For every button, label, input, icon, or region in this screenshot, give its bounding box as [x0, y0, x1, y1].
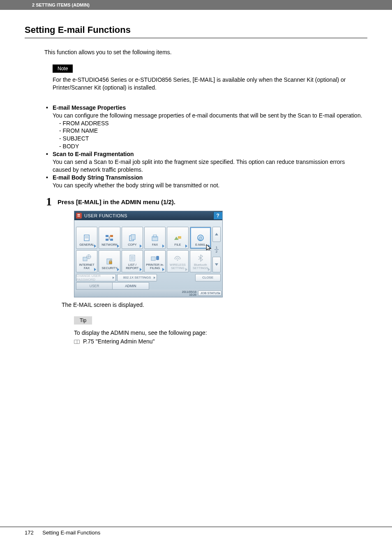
tile-label: NETWORK — [101, 243, 117, 246]
tab-user[interactable]: USER — [76, 282, 113, 290]
page-current: 1 — [216, 246, 217, 249]
tip-badge: Tip — [74, 316, 92, 325]
dash-item: SUBJECT — [59, 135, 364, 143]
bullet-item: • Scan to E-mail Fragmentation You can s… — [46, 150, 364, 174]
tile-label: E-MAIL — [195, 243, 205, 246]
page-title: Setting E-mail Functions — [25, 25, 367, 35]
svg-marker-30 — [215, 233, 218, 235]
button-label: 802.1X SETTINGS — [123, 276, 151, 279]
svg-rect-28 — [156, 256, 159, 260]
bullet-list: • E-mail Message Properties You can conf… — [46, 104, 364, 189]
tip-line1: To display the ADMIN menu, see the follo… — [74, 329, 367, 337]
tile-label: GENERAL — [79, 243, 94, 246]
panel-app-icon: ☰ — [76, 213, 82, 219]
tile-fax[interactable]: FAX — [144, 227, 166, 249]
step-result-text: The E-MAIL screen is displayed. — [62, 302, 367, 308]
tile-label: FAX — [152, 243, 158, 246]
svg-point-29 — [177, 260, 178, 261]
email-icon: @ — [196, 234, 205, 242]
panel-title: USER FUNCTIONS — [84, 213, 127, 218]
network-icon — [105, 234, 114, 242]
svg-rect-5 — [106, 239, 108, 241]
tile-printer-efiling[interactable]: PRINTER /e-FILING — [144, 250, 166, 272]
step-row: 1 Press [E-MAIL] in the ADMIN menu (1/2)… — [46, 196, 367, 207]
tile-general[interactable]: GENERAL — [76, 227, 97, 249]
bullet-head: E-mail Body String Transmission — [53, 174, 143, 181]
tile-list-report[interactable]: LIST / REPORT — [122, 250, 143, 272]
step-instruction: Press [E-MAIL] in the ADMIN menu (1/2). — [58, 198, 175, 205]
tile-email[interactable]: @ E-MAIL — [190, 227, 211, 249]
svg-rect-10 — [131, 235, 135, 240]
copy-icon — [128, 234, 137, 242]
button-label: CLOSE — [202, 276, 213, 279]
intro-text: This function allows you to set the foll… — [44, 49, 367, 55]
fax-icon — [150, 234, 159, 242]
svg-rect-17 — [83, 257, 87, 261]
title-rule — [25, 38, 367, 38]
dot1x-settings-button[interactable]: 802.1X SETTINGS — [117, 274, 157, 281]
bullet-item: • E-mail Body String Transmission You ca… — [46, 174, 364, 189]
svg-rect-27 — [151, 257, 155, 260]
bullet-body: You can specify whether the body string … — [53, 182, 219, 189]
change-password-button[interactable]: CHANGE USER PASSWORD — [76, 274, 116, 281]
tile-label: COPY — [128, 243, 136, 246]
tile-grid: GENERAL NETWORK COPY — [76, 227, 211, 272]
chapter-header: 2 SETTING ITEMS (ADMIN) — [0, 0, 392, 10]
tip-body: To display the ADMIN menu, see the follo… — [74, 329, 367, 346]
tile-bluetooth[interactable]: Bluetooth SETTINGS — [190, 250, 211, 272]
step-number: 1 — [46, 196, 52, 207]
tile-security[interactable]: SECURITY — [99, 250, 120, 272]
list-report-icon — [128, 254, 137, 262]
timestamp: 2011/05/18 10:26 — [182, 290, 196, 296]
button-label: CHANGE USER PASSWORD — [76, 274, 115, 281]
note-badge: Note — [53, 64, 73, 73]
page-total: 2 — [216, 250, 217, 253]
bullet-body: You can send a Scan to E-mail job split … — [53, 159, 345, 173]
footer-running-title: Setting E-mail Functions — [42, 530, 100, 536]
page-number: 172 — [25, 530, 34, 536]
job-status-button[interactable]: JOB STATUS — [198, 290, 221, 296]
tile-file[interactable]: FILE — [167, 227, 188, 249]
page-scroll: 1 2 — [212, 227, 221, 272]
tile-label: FILE — [175, 243, 181, 246]
touch-panel: ☰ USER FUNCTIONS ? GENERAL — [74, 211, 223, 297]
dash-item: FROM NAME — [59, 127, 364, 135]
close-button[interactable]: CLOSE — [195, 274, 221, 281]
security-icon — [105, 257, 114, 265]
wireless-icon — [173, 254, 182, 262]
svg-rect-3 — [106, 235, 108, 237]
dash-list: FROM ADDRESS FROM NAME SUBJECT BODY — [59, 120, 364, 151]
bullet-head: Scan to E-mail Fragmentation — [53, 151, 134, 157]
scroll-up-button[interactable] — [212, 227, 221, 242]
svg-text:@: @ — [198, 236, 203, 240]
tile-copy[interactable]: COPY — [122, 227, 143, 249]
internet-fax-icon — [82, 254, 91, 262]
tile-label: SECURITY — [102, 267, 118, 270]
bluetooth-icon — [196, 254, 205, 262]
bullet-head: E-mail Message Properties — [53, 104, 126, 111]
note-body: For the e-STUDIO456 Series or e-STUDIO85… — [53, 76, 359, 92]
file-icon — [173, 234, 182, 242]
svg-marker-31 — [215, 263, 218, 266]
svg-rect-6 — [110, 239, 113, 241]
panel-title-bar: ☰ USER FUNCTIONS ? — [74, 211, 222, 220]
printer-icon — [150, 254, 159, 262]
touch-panel-figure: ☰ USER FUNCTIONS ? GENERAL — [74, 211, 367, 297]
svg-rect-4 — [110, 235, 113, 237]
bullet-item: • E-mail Message Properties You can conf… — [46, 104, 364, 150]
bullet-body: You can configure the following message … — [53, 112, 362, 119]
tile-wireless[interactable]: WIRELESS SETTING — [167, 250, 188, 272]
tile-network[interactable]: NETWORK — [99, 227, 120, 249]
scroll-down-button[interactable] — [212, 257, 221, 272]
page-indicator: 1 2 — [212, 243, 221, 256]
help-button[interactable]: ? — [213, 212, 222, 219]
svg-rect-14 — [178, 236, 181, 239]
tab-admin[interactable]: ADMIN — [113, 282, 149, 290]
dash-item: BODY — [59, 143, 364, 150]
general-icon — [82, 234, 91, 242]
page-footer: 172 Setting E-mail Functions — [0, 527, 392, 536]
tip-line2-row: P.75 "Entering Admin Menu" — [74, 337, 367, 346]
tile-internet-fax[interactable]: INTERNET FAX — [76, 250, 97, 272]
dash-item: FROM ADDRESS — [59, 120, 364, 127]
book-icon — [74, 340, 80, 344]
